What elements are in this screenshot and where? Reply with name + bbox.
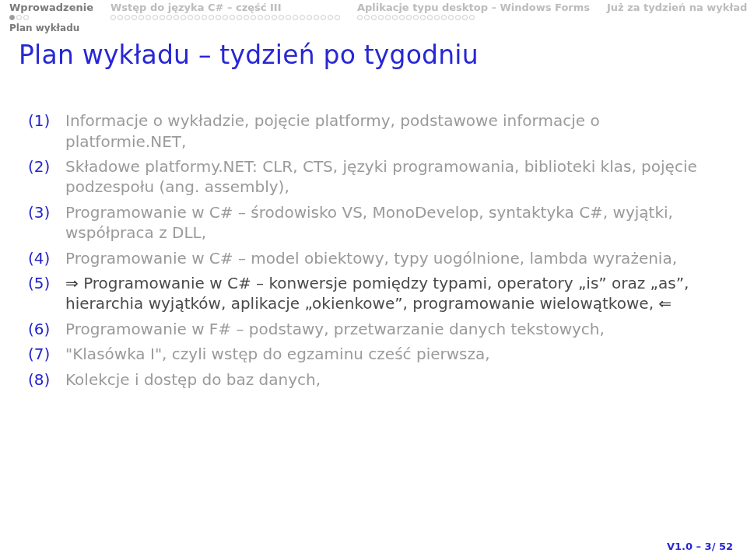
nav-item-3[interactable]: Już za tydzień na wykładzie [607,2,747,13]
plan-item: "Klasówka I", czyli wstęp do egzaminu cz… [28,344,719,364]
plan-list: Informacje o wykładzie, pojęcie platform… [28,110,719,390]
progress-dot [272,15,277,20]
plan-item-text: Programowanie w C# – konwersje pomiędzy … [65,274,689,313]
progress-dot [469,15,475,20]
progress-dot [110,15,116,20]
nav-item-label: Wprowadzenie [9,2,93,13]
nav-progress-dots [9,15,29,20]
plan-item: Programowanie w C# – model obiektowy, ty… [28,248,719,268]
progress-dot [413,15,419,20]
progress-dot [455,15,461,20]
progress-dot [230,15,235,20]
progress-dot [357,15,363,20]
progress-dot [385,15,391,20]
progress-dot [265,15,270,20]
progress-dot [209,15,214,20]
progress-dot [9,15,15,20]
plan-item: ⇒ Programowanie w C# – konwersje pomiędz… [28,273,719,314]
slide-footer: V1.0 – 3/ 52 [667,541,733,552]
nav-item-label: Już za tydzień na wykładzie [607,2,747,13]
progress-dot [251,15,256,20]
plan-item-text: "Klasówka I", czyli wstęp do egzaminu cz… [65,345,490,363]
progress-dot [117,15,123,20]
progress-dot [448,15,454,20]
progress-dot [153,15,158,20]
progress-dot [378,15,384,20]
slide-title: Plan wykładu – tydzień po tygodniu [0,38,747,75]
progress-dot [441,15,447,20]
progress-dot [124,15,130,20]
progress-dot [139,15,144,20]
slide: WprowadzenieWstęp do języka C# – część I… [0,0,747,560]
progress-dot [328,15,333,20]
progress-dot [300,15,305,20]
progress-dot [195,15,200,20]
progress-dot [258,15,263,20]
plan-item: Programowanie w C# – środowisko VS, Mono… [28,202,719,243]
nav-item-0[interactable]: Wprowadzenie [9,2,93,20]
plan-item: Kolekcje i dostęp do baz danych, [28,369,719,390]
progress-dot [434,15,440,20]
progress-dot [160,15,165,20]
progress-dot [364,15,370,20]
nav-item-label: Aplikacje typu desktop – Windows Forms [357,2,590,13]
progress-dot [371,15,377,20]
progress-dot [399,15,405,20]
progress-dot [181,15,186,20]
progress-dot [223,15,228,20]
arrow-left-icon: ⇐ [654,294,672,313]
plan-item-text: Składowe platformy.NET: CLR, CTS, języki… [65,157,697,196]
plan-item-text: Informacje o wykładzie, pojęcie platform… [65,111,600,150]
progress-dot [321,15,326,20]
progress-dot [146,15,151,20]
progress-dot [244,15,249,20]
progress-dot [188,15,193,20]
nav-item-2[interactable]: Aplikacje typu desktop – Windows Forms [357,2,590,20]
plan-item-text: Kolekcje i dostęp do baz danych, [65,370,321,389]
plan-item-text: Programowanie w C# – model obiektowy, ty… [65,249,677,268]
progress-dot [23,15,29,20]
progress-dot [202,15,207,20]
progress-dot [335,15,340,20]
nav-bar: WprowadzenieWstęp do języka C# – część I… [0,0,747,20]
plan-item-text: Programowanie w F# – podstawy, przetwarz… [65,320,605,338]
progress-dot [293,15,298,20]
progress-dot [427,15,433,20]
slide-content: Informacje o wykładzie, pojęcie platform… [0,75,747,390]
nav-progress-dots [110,15,340,20]
plan-item: Składowe platformy.NET: CLR, CTS, języki… [28,156,719,198]
progress-dot [216,15,221,20]
plan-item-text: Programowanie w C# – środowisko VS, Mono… [65,203,673,242]
progress-dot [314,15,319,20]
nav-item-1[interactable]: Wstęp do języka C# – część III [110,2,340,20]
progress-dot [307,15,312,20]
progress-dot [167,15,172,20]
plan-item: Informacje o wykładzie, pojęcie platform… [28,110,719,152]
plan-item: Programowanie w F# – podstawy, przetwarz… [28,319,719,339]
progress-dot [174,15,179,20]
arrow-right-icon: ⇒ [65,274,83,292]
progress-dot [237,15,242,20]
progress-dot [16,15,22,20]
progress-dot [420,15,426,20]
progress-dot [406,15,412,20]
progress-dot [286,15,291,20]
nav-item-label: Wstęp do języka C# – część III [110,2,282,13]
progress-dot [392,15,398,20]
progress-dot [462,15,468,20]
nav-subsection: Plan wykładu [0,20,747,38]
nav-progress-dots [357,15,475,20]
progress-dot [132,15,137,20]
progress-dot [279,15,284,20]
